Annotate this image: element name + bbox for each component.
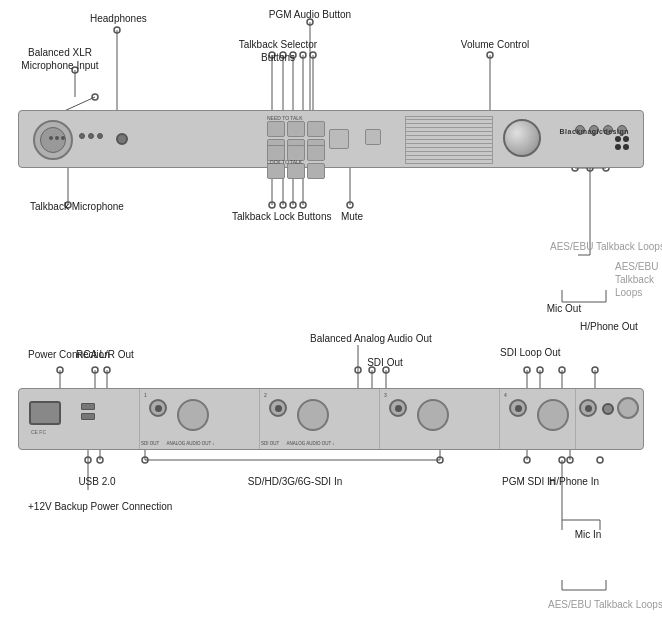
- section-divider-2: [259, 389, 260, 449]
- svg-point-75: [567, 457, 573, 463]
- tb-btn-11[interactable]: [287, 163, 305, 179]
- speaker-grille: [405, 116, 493, 164]
- sdi-conn-ch2: [269, 399, 287, 417]
- bottom-panel: CE FC 1 2 3: [18, 388, 644, 450]
- svg-point-53: [524, 367, 530, 373]
- mute-button[interactable]: [365, 129, 381, 145]
- svg-point-54: [537, 367, 543, 373]
- xlr-connector: [33, 120, 73, 160]
- svg-point-42: [92, 367, 98, 373]
- brand-dot-2: [623, 136, 629, 142]
- section-divider-4: [499, 389, 500, 449]
- ch4-label: 4: [504, 392, 507, 398]
- label-rca-lr-out: RCA L/R Out: [70, 348, 140, 361]
- xlr-ch4: [537, 399, 569, 431]
- sdi-inner-ch4: [515, 405, 522, 412]
- hphone-conn: [602, 403, 614, 415]
- label-12v-backup: +12V Backup Power Connection: [28, 500, 118, 513]
- brand-logo: Blackmagicdesign: [560, 128, 629, 150]
- section-divider-3: [379, 389, 380, 449]
- ch3-label: 3: [384, 392, 387, 398]
- xlr-ch2: [297, 399, 329, 431]
- strip-label-1: SDI OUT ANALOG AUDIO OUT ↓: [141, 441, 259, 446]
- tb-btn-10[interactable]: [267, 163, 285, 179]
- brand-name: Blackmagicdesign: [560, 128, 629, 135]
- top-panel: NEED TO TALK LOCK TO TALK Blackmagicdesi…: [18, 110, 644, 168]
- xlr-pin-2: [55, 136, 59, 140]
- tb-btn-3[interactable]: [307, 121, 325, 137]
- brand-dot-1: [615, 136, 621, 142]
- svg-point-5: [114, 27, 120, 33]
- xlr-pins: [49, 136, 65, 140]
- top-panel-inner: NEED TO TALK LOCK TO TALK Blackmagicdesi…: [19, 111, 643, 167]
- xlr-inner: [40, 127, 66, 153]
- label-mute: Mute: [332, 210, 372, 223]
- svg-point-43: [104, 367, 110, 373]
- ch2-label: 2: [264, 392, 267, 398]
- svg-point-56: [559, 367, 565, 373]
- svg-point-27: [280, 202, 286, 208]
- led-1: [79, 133, 85, 139]
- svg-point-73: [524, 457, 530, 463]
- svg-point-26: [269, 202, 275, 208]
- brand-dot-4: [623, 144, 629, 150]
- usb-port-1: [81, 403, 95, 410]
- label-balanced-analog: Balanced Analog Audio Out: [310, 332, 420, 345]
- tb-btn-9[interactable]: [307, 145, 325, 161]
- label-talkback-selector: Talkback Selector Buttons: [228, 38, 328, 64]
- section-divider-1: [139, 389, 140, 449]
- svg-point-68: [142, 457, 148, 463]
- brand-dot-3: [615, 144, 621, 150]
- label-sdi-in: SD/HD/3G/6G-SDI In: [230, 475, 360, 488]
- sdi-conn-ch1: [149, 399, 167, 417]
- sdi-inner-ch1: [155, 405, 162, 412]
- brand-dots: [615, 136, 629, 150]
- svg-point-65: [97, 457, 103, 463]
- svg-point-31: [347, 202, 353, 208]
- svg-point-1: [92, 94, 98, 100]
- need-to-talk-label: NEED TO TALK: [267, 115, 302, 121]
- callout-lines: [0, 0, 662, 643]
- label-talkback-microphone: Talkback Microphone: [30, 200, 110, 213]
- label-mic-in: Mic In: [568, 528, 608, 541]
- label-aes-ebu-bottom: AES/EBU Talkback Loops: [548, 598, 638, 611]
- label-usb: USB 2.0: [72, 475, 122, 488]
- headphone-jack: [116, 133, 128, 145]
- usb-port-2: [81, 413, 95, 420]
- svg-point-63: [85, 457, 91, 463]
- tb-btn-2[interactable]: [287, 121, 305, 137]
- label-aes-ebu-top: AES/EBU Talkback Loops: [550, 240, 630, 253]
- svg-point-28: [290, 202, 296, 208]
- volume-knob[interactable]: [503, 119, 541, 157]
- sdi-conn-ch4: [509, 399, 527, 417]
- label-sdi-loop-out: SDI Loop Out: [500, 346, 560, 359]
- sdi-inner-ch2: [275, 405, 282, 412]
- sdi-inner-ch3: [395, 405, 402, 412]
- svg-point-39: [57, 367, 63, 373]
- xlr-ch1: [177, 399, 209, 431]
- iec-power: [29, 401, 61, 425]
- xlr-ch3: [417, 399, 449, 431]
- bottom-panel-inner: CE FC 1 2 3: [19, 389, 643, 449]
- svg-point-29: [300, 202, 306, 208]
- label-mic-out: Mic Out: [544, 302, 584, 315]
- pgm-sdi-in-conn: [579, 399, 597, 417]
- strip-label-2: SDI OUT ANALOG AUDIO OUT ↓: [261, 441, 379, 446]
- label-talkback-lock: Talkback Lock Buttons: [232, 210, 322, 223]
- tb-btn-1[interactable]: [267, 121, 285, 137]
- label-hphone-out: H/Phone Out: [580, 320, 630, 333]
- tb-btn-12[interactable]: [307, 163, 325, 179]
- label-volume-control: Volume Control: [450, 38, 540, 51]
- sdi-conn-ch3: [389, 399, 407, 417]
- label-pgm-sdi-in: PGM SDI In: [502, 475, 552, 488]
- label-balanced-xlr: Balanced XLR Microphone Input: [20, 46, 100, 72]
- svg-point-81: [597, 457, 603, 463]
- lock-to-talk-label: LOCK TO TALK: [267, 159, 302, 165]
- mic-xlr-conn: [617, 397, 639, 419]
- label-sdi-out: SDI Out: [350, 356, 420, 369]
- pgm-sdi-inner: [585, 405, 592, 412]
- pgm-button[interactable]: [329, 129, 349, 149]
- label-aes-ebu-right-top: AES/EBU Talkback Loops: [615, 260, 662, 299]
- svg-point-19: [487, 52, 493, 58]
- section-divider-5: [575, 389, 576, 449]
